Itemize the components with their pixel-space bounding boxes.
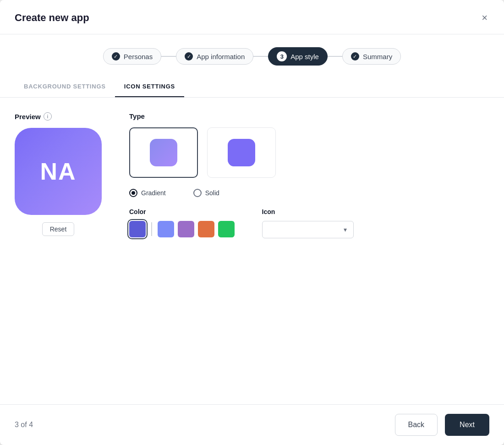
radio-dot-gradient bbox=[131, 191, 135, 195]
step-label-app-information: App information bbox=[197, 53, 245, 60]
step-connector-1 bbox=[161, 56, 176, 57]
step-check-summary: ✓ bbox=[351, 52, 359, 60]
info-icon[interactable]: i bbox=[44, 112, 52, 121]
solid-icon bbox=[228, 139, 255, 166]
chevron-down-icon: ▾ bbox=[344, 226, 347, 233]
step-label-personas: Personas bbox=[124, 53, 153, 60]
back-button[interactable]: Back bbox=[395, 414, 438, 436]
tab-background-settings[interactable]: BACKGROUND SETTINGS bbox=[15, 78, 115, 97]
icon-section: Icon ▾ bbox=[262, 208, 354, 238]
tabs-bar: BACKGROUND SETTINGS ICON SETTINGS bbox=[0, 66, 504, 98]
radio-label-solid: Solid bbox=[205, 189, 219, 197]
step-personas[interactable]: ✓ Personas bbox=[103, 48, 161, 65]
color-swatch-orange[interactable] bbox=[198, 221, 214, 237]
close-button[interactable]: × bbox=[480, 11, 489, 25]
footer-buttons: Back Next bbox=[395, 414, 489, 436]
color-swatch-green[interactable] bbox=[218, 221, 235, 237]
next-button[interactable]: Next bbox=[445, 414, 489, 436]
type-section: Type Gradient bbox=[129, 112, 489, 238]
radio-circle-solid bbox=[193, 189, 202, 197]
gradient-icon bbox=[150, 139, 177, 166]
radio-circle-gradient bbox=[129, 189, 137, 197]
type-label: Type bbox=[129, 112, 489, 120]
icon-label: Icon bbox=[262, 208, 354, 215]
step-connector-2 bbox=[253, 56, 268, 57]
modal-title: Create new app bbox=[15, 12, 89, 24]
modal-footer: 3 of 4 Back Next bbox=[0, 404, 504, 445]
preview-section: Preview i NA Reset bbox=[15, 112, 102, 236]
step-check-app-information: ✓ bbox=[185, 52, 193, 60]
tab-icon-settings[interactable]: ICON SETTINGS bbox=[115, 78, 184, 97]
create-app-modal: Create new app × ✓ Personas ✓ App inform… bbox=[0, 0, 504, 445]
type-card-solid[interactable] bbox=[207, 127, 276, 178]
type-options bbox=[129, 127, 489, 178]
step-num-app-style: 3 bbox=[277, 51, 287, 61]
tab-content: Preview i NA Reset Type bbox=[0, 98, 504, 404]
color-label: Color bbox=[129, 208, 235, 215]
radio-label-gradient: Gradient bbox=[141, 189, 166, 197]
app-preview: NA bbox=[15, 128, 102, 215]
step-app-style[interactable]: 3 App style bbox=[268, 47, 328, 66]
step-app-information[interactable]: ✓ App information bbox=[176, 48, 253, 65]
color-swatch-blue[interactable] bbox=[129, 221, 146, 237]
reset-button[interactable]: Reset bbox=[42, 222, 75, 236]
steps-bar: ✓ Personas ✓ App information 3 App style… bbox=[0, 34, 504, 66]
color-section: Color bbox=[129, 208, 235, 237]
modal-header: Create new app × bbox=[0, 0, 504, 34]
preview-label: Preview i bbox=[15, 112, 52, 121]
content-row: Preview i NA Reset Type bbox=[15, 112, 489, 238]
type-card-gradient[interactable] bbox=[129, 127, 198, 178]
step-check-personas: ✓ bbox=[112, 52, 120, 60]
step-summary[interactable]: ✓ Summary bbox=[342, 48, 401, 65]
step-label-app-style: App style bbox=[290, 53, 319, 60]
preview-title: Preview bbox=[15, 113, 41, 121]
color-swatch-periwinkle[interactable] bbox=[158, 221, 174, 237]
icon-dropdown[interactable]: ▾ bbox=[262, 221, 354, 238]
color-swatches bbox=[129, 221, 235, 237]
settings-row: Color Icon bbox=[129, 208, 489, 238]
type-radio-row: Gradient Solid bbox=[129, 189, 489, 197]
step-counter: 3 of 4 bbox=[15, 421, 33, 429]
color-divider bbox=[151, 222, 152, 236]
step-connector-3 bbox=[328, 56, 342, 57]
step-label-summary: Summary bbox=[363, 53, 392, 60]
app-initials: NA bbox=[40, 158, 76, 185]
radio-gradient[interactable]: Gradient bbox=[129, 189, 166, 197]
radio-solid[interactable]: Solid bbox=[193, 189, 219, 197]
color-swatch-purple[interactable] bbox=[178, 221, 194, 237]
